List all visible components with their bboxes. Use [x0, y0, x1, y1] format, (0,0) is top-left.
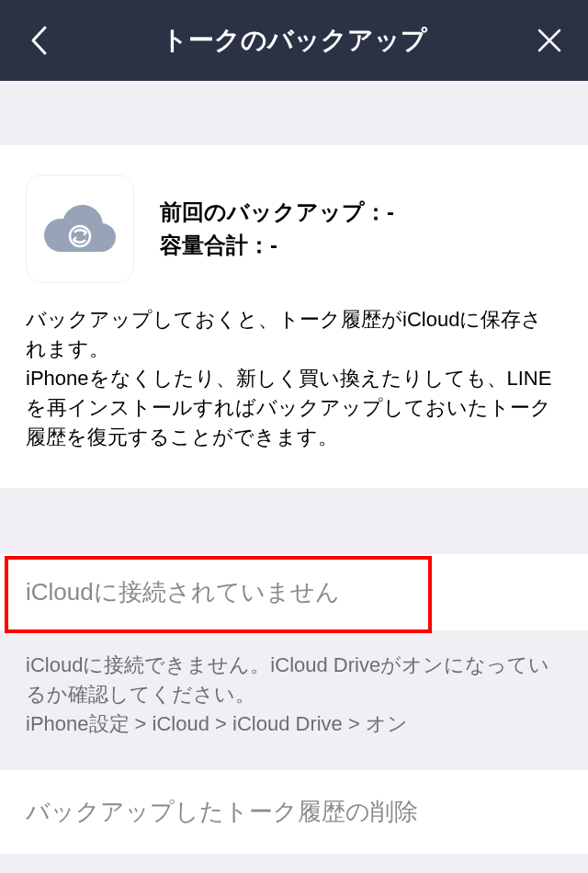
delete-backup-row[interactable]: バックアップしたトーク履歴の削除 [0, 770, 588, 854]
icloud-hint-text: iCloudに接続できません。iCloud Driveがオンになっているか確認し… [0, 630, 588, 770]
spacer [0, 488, 588, 554]
backup-info-card: 前回のバックアップ：- 容量合計：- バックアップしておくと、トーク履歴がiCl… [0, 145, 588, 488]
backup-summary-row: 前回のバックアップ：- 容量合計：- [26, 167, 562, 283]
close-icon [536, 27, 563, 54]
delete-backup-label: バックアップしたトーク履歴の削除 [26, 798, 418, 825]
spacer [0, 81, 588, 145]
icloud-status-section: iCloudに接続されていません [0, 554, 588, 630]
cloud-sync-icon [40, 201, 119, 256]
backup-info-text: 前回のバックアップ：- 容量合計：- [160, 198, 394, 260]
backup-description: バックアップしておくと、トーク履歴がiCloudに保存されます。 iPhoneを… [26, 305, 562, 451]
header-bar: トークのバックアップ [0, 0, 588, 81]
close-button[interactable] [529, 20, 570, 61]
back-button[interactable] [18, 20, 59, 61]
chevron-left-icon [29, 25, 48, 56]
icloud-status-row[interactable]: iCloudに接続されていません [0, 554, 588, 630]
backup-size-label: 容量合計：- [160, 231, 394, 260]
cloud-icon-box [26, 175, 134, 283]
page-title: トークのバックアップ [59, 23, 529, 58]
last-backup-label: 前回のバックアップ：- [160, 198, 394, 227]
delete-section: バックアップしたトーク履歴の削除 [0, 770, 588, 854]
icloud-status-label: iCloudに接続されていません [26, 578, 340, 606]
